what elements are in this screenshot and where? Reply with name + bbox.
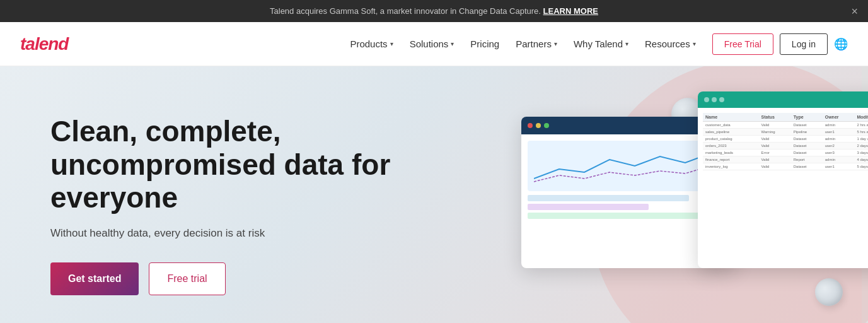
table-cell: sales_pipeline xyxy=(703,129,759,136)
nav-menu: Products ▾ Solutions ▾ Pricing Partners … xyxy=(344,33,702,54)
table-cell: Report xyxy=(791,156,823,163)
table-cell: Warning xyxy=(759,129,791,136)
window-dot-green xyxy=(544,123,549,128)
nav-item-partners[interactable]: Partners ▾ xyxy=(509,33,564,54)
nav-item-solutions[interactable]: Solutions ▾ xyxy=(403,33,461,54)
nav-item-why-talend[interactable]: Why Talend ▾ xyxy=(567,33,635,54)
table-cell: Pipeline xyxy=(791,129,823,136)
table-cell: 5 hrs ago xyxy=(854,129,868,136)
table-header-name: Name xyxy=(703,113,759,122)
table-cell: 1 day ago xyxy=(854,136,868,143)
table-row: marketing_leadsErrorDatasetuser33 days a… xyxy=(703,150,868,156)
table-cell: user1 xyxy=(823,163,855,170)
table-cell: 5 days ago xyxy=(854,163,868,170)
window-dot xyxy=(719,97,724,102)
dashboard-mockup-right: Name Status Type Owner Modified customer… xyxy=(698,91,868,268)
navbar-actions: Free Trial Log in 🌐 xyxy=(712,33,848,55)
logo[interactable]: talend xyxy=(20,34,68,54)
table-row: inventory_logValidDatasetuser15 days ago xyxy=(703,163,868,170)
table-cell: marketing_leads xyxy=(703,150,759,156)
window-dot-yellow xyxy=(536,123,541,128)
nav-link-resources[interactable]: Resources ▾ xyxy=(639,33,702,54)
announcement-link[interactable]: LEARN MORE xyxy=(543,6,598,16)
window-dot-red xyxy=(528,123,533,128)
table-cell: 2 days ago xyxy=(854,143,868,150)
table-cell: inventory_log xyxy=(703,163,759,170)
nav-link-partners[interactable]: Partners ▾ xyxy=(509,33,564,54)
announcement-bar: Talend acquires Gamma Soft, a market inn… xyxy=(0,0,868,22)
window-dot xyxy=(712,97,717,102)
nav-link-solutions[interactable]: Solutions ▾ xyxy=(403,33,461,54)
data-table: Name Status Type Owner Modified customer… xyxy=(703,113,868,170)
chevron-down-icon: ▾ xyxy=(554,40,557,47)
table-cell: orders_2023 xyxy=(703,143,759,150)
dashboard-header-right xyxy=(698,91,868,108)
table-cell: 3 days ago xyxy=(854,150,868,156)
hero-section: Clean, complete, uncompromised data for … xyxy=(0,66,868,323)
nav-link-why-talend[interactable]: Why Talend ▾ xyxy=(567,33,635,54)
free-trial-button[interactable]: Free Trial xyxy=(712,33,773,55)
nav-link-products[interactable]: Products ▾ xyxy=(344,33,399,54)
nav-link-pricing[interactable]: Pricing xyxy=(464,33,506,54)
table-cell: Valid xyxy=(759,122,791,129)
table-cell: 2 hrs ago xyxy=(854,122,868,129)
hero-visual: Name Status Type Owner Modified customer… xyxy=(528,79,868,323)
table-cell: Dataset xyxy=(791,163,823,170)
table-cell: product_catalog xyxy=(703,136,759,143)
table-header-type: Type xyxy=(791,113,823,122)
table-row: sales_pipelineWarningPipelineuser15 hrs … xyxy=(703,129,868,136)
table-cell: Valid xyxy=(759,156,791,163)
hero-free-trial-button[interactable]: Free trial xyxy=(149,262,225,295)
globe-icon[interactable]: 🌐 xyxy=(834,37,848,51)
mini-row xyxy=(528,204,649,210)
chevron-down-icon: ▾ xyxy=(625,40,628,47)
hero-headline: Clean, complete, uncompromised data for … xyxy=(50,115,403,215)
table-row: customer_dataValidDatasetadmin2 hrs ago xyxy=(703,122,868,129)
mini-row xyxy=(528,195,689,201)
table-cell: user2 xyxy=(823,143,855,150)
table-row: finance_reportValidReportadmin4 days ago xyxy=(703,156,868,163)
table-cell: admin xyxy=(823,136,855,143)
table-cell: customer_data xyxy=(703,122,759,129)
table-cell: admin xyxy=(823,156,855,163)
table-header-owner: Owner xyxy=(823,113,855,122)
decorative-sphere-3 xyxy=(815,278,843,306)
table-cell: Dataset xyxy=(791,122,823,129)
get-started-button[interactable]: Get started xyxy=(50,262,139,295)
table-cell: user3 xyxy=(823,150,855,156)
table-cell: user1 xyxy=(823,129,855,136)
table-cell: admin xyxy=(823,122,855,129)
login-button[interactable]: Log in xyxy=(780,33,828,55)
nav-item-resources[interactable]: Resources ▾ xyxy=(639,33,702,54)
announcement-close-button[interactable]: × xyxy=(851,6,858,17)
nav-item-products[interactable]: Products ▾ xyxy=(344,33,399,54)
table-cell: Dataset xyxy=(791,150,823,156)
table-row: product_catalogValidDatasetadmin1 day ag… xyxy=(703,136,868,143)
table-cell: 4 days ago xyxy=(854,156,868,163)
table-cell: finance_report xyxy=(703,156,759,163)
table-cell: Dataset xyxy=(791,143,823,150)
hero-actions: Get started Free trial xyxy=(50,262,403,295)
mini-row xyxy=(528,213,709,219)
hero-content: Clean, complete, uncompromised data for … xyxy=(50,115,403,296)
table-header-status: Status xyxy=(759,113,791,122)
announcement-text: Talend acquires Gamma Soft, a market inn… xyxy=(270,6,541,16)
chevron-down-icon: ▾ xyxy=(451,40,454,47)
table-cell: Error xyxy=(759,150,791,156)
table-cell: Valid xyxy=(759,143,791,150)
chevron-down-icon: ▾ xyxy=(390,40,393,47)
nav-item-pricing[interactable]: Pricing xyxy=(464,33,506,54)
table-cell: Dataset xyxy=(791,136,823,143)
table-cell: Valid xyxy=(759,136,791,143)
chevron-down-icon: ▾ xyxy=(693,40,696,47)
table-header-modified: Modified xyxy=(854,113,868,122)
hero-subtext: Without healthy data, every decision is … xyxy=(50,227,403,240)
navbar: talend Products ▾ Solutions ▾ Pricing Pa… xyxy=(0,22,868,66)
dashboard-body-right: Name Status Type Owner Modified customer… xyxy=(698,108,868,175)
table-row: orders_2023ValidDatasetuser22 days ago xyxy=(703,143,868,150)
table-cell: Valid xyxy=(759,163,791,170)
window-dot xyxy=(704,97,709,102)
